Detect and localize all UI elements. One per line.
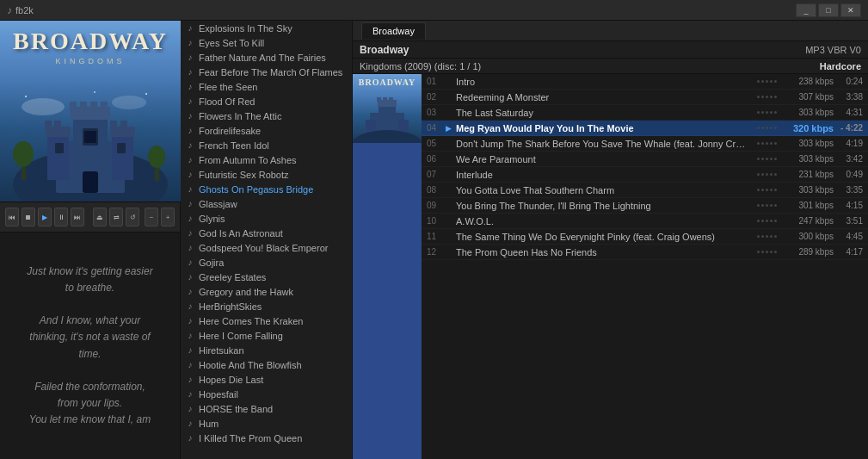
browser-item[interactable]: Fear Before The March Of Flames xyxy=(181,65,352,79)
note-icon xyxy=(184,52,196,64)
note-icon xyxy=(184,22,196,34)
note-icon xyxy=(184,315,196,327)
browser-item[interactable]: Hootie And The Blowfish xyxy=(181,357,352,372)
browser-item[interactable]: I Killed The Prom Queen xyxy=(181,431,352,445)
browser-item[interactable]: From Autumn To Ashes xyxy=(181,152,352,167)
dot xyxy=(774,96,777,98)
close-button[interactable]: ✕ xyxy=(840,3,861,17)
browser-item[interactable]: Hopes Die Last xyxy=(181,372,352,387)
svg-point-24 xyxy=(13,141,34,167)
dot xyxy=(766,158,768,160)
prev-button[interactable]: ⏮ xyxy=(5,208,19,226)
track-title: The Same Thing We Do Everynight Pinky (f… xyxy=(456,232,752,242)
dot xyxy=(766,189,768,191)
svg-rect-35 xyxy=(389,97,393,102)
dot xyxy=(757,142,760,145)
track-row[interactable]: 03 The Last Saturday 303 kbps 4:31 xyxy=(422,105,868,121)
track-row[interactable]: 08 You Gotta Love That Southern Charm 30… xyxy=(422,183,868,198)
shuffle-button[interactable]: ⇄ xyxy=(109,208,123,226)
dot xyxy=(770,96,773,98)
play-button[interactable]: ▶ xyxy=(38,208,52,226)
track-duration: 3:35 xyxy=(834,185,863,195)
track-bitrate: 238 kbps xyxy=(782,77,834,86)
track-row[interactable]: 05 Don't Jump The Shark Before You Save … xyxy=(422,136,868,152)
svg-rect-17 xyxy=(120,121,127,128)
browser-item[interactable]: Explosions In The Sky xyxy=(181,21,352,35)
note-icon xyxy=(184,37,196,49)
titlebar-controls: _ □ ✕ xyxy=(796,3,861,17)
browser-item[interactable]: Here I Come Falling xyxy=(181,328,352,343)
stop-button[interactable]: ⏹ xyxy=(22,208,35,226)
note-icon xyxy=(184,330,196,342)
track-duration: 3:51 xyxy=(834,216,863,226)
browser-item[interactable]: Greeley Estates xyxy=(181,270,352,284)
track-rating-dots xyxy=(757,220,777,222)
dot xyxy=(766,127,768,129)
track-row[interactable]: 07 Interlude 231 kbps 0:49 xyxy=(422,167,868,183)
dot xyxy=(774,204,777,207)
eject-button[interactable]: ⏏ xyxy=(93,208,107,226)
album-broadway-text: BROADWAY xyxy=(0,28,181,55)
browser-item[interactable]: Godspeed You! Black Emperor xyxy=(181,240,352,255)
pause-button[interactable]: ⏸ xyxy=(54,208,68,226)
next-button[interactable]: ⏭ xyxy=(71,208,84,226)
browser-item[interactable]: Gregory and the Hawk xyxy=(181,284,352,299)
track-row[interactable]: 04 ▶ Meg Ryan Would Play You In The Movi… xyxy=(422,121,868,136)
dot xyxy=(761,142,764,145)
browser-item[interactable]: Hum xyxy=(181,416,352,431)
thumb-castle-svg xyxy=(353,96,422,143)
svg-rect-34 xyxy=(383,97,387,102)
minimize-button[interactable]: _ xyxy=(796,3,816,17)
track-rating-dots xyxy=(757,127,777,129)
browser-item[interactable]: Glynis xyxy=(181,211,352,226)
track-bitrate: 320 kbps xyxy=(782,123,834,133)
track-rating-dots xyxy=(757,142,777,145)
svg-rect-10 xyxy=(47,133,69,180)
dot xyxy=(766,142,768,145)
track-list[interactable]: 01 Intro 238 kbps 0:24 02 Redeeming A Mo… xyxy=(422,74,868,459)
dot xyxy=(761,220,764,222)
dot xyxy=(774,173,777,176)
browser-item[interactable]: Eyes Set To Kill xyxy=(181,35,352,50)
browser-item[interactable]: Here Comes The Kraken xyxy=(181,313,352,328)
dot xyxy=(761,235,764,238)
track-row[interactable]: 02 Redeeming A Monster 307 kbps 3:38 xyxy=(422,90,868,105)
browser-item[interactable]: Flowers In The Attic xyxy=(181,109,352,123)
track-row[interactable]: 06 We Are Paramount 303 kbps 3:42 xyxy=(422,152,868,167)
playlist-area: BROADWAY 0 xyxy=(353,74,868,459)
browser-item[interactable]: God Is An Astronaut xyxy=(181,226,352,240)
repeat-button[interactable]: ↺ xyxy=(126,208,139,226)
track-number: 10 xyxy=(427,216,446,226)
browser-item[interactable]: Flood Of Red xyxy=(181,94,352,109)
track-row[interactable]: 11 The Same Thing We Do Everynight Pinky… xyxy=(422,229,868,245)
browser-item[interactable]: Ghosts On Pegasus Bridge xyxy=(181,182,352,196)
browser-item[interactable]: Hopesfail xyxy=(181,387,352,401)
browser-panel[interactable]: Explosions In The SkyEyes Set To KillFat… xyxy=(181,21,353,459)
track-number: 04 xyxy=(427,123,446,133)
browser-item[interactable]: HORSE the Band xyxy=(181,401,352,416)
track-title: Intro xyxy=(456,77,752,87)
browser-item[interactable]: Flee the Seen xyxy=(181,79,352,94)
note-icon xyxy=(184,110,196,122)
track-row[interactable]: 09 You Bring The Thunder, I'll Bring The… xyxy=(422,198,868,214)
browser-item[interactable]: Father Nature And The Fairies xyxy=(181,50,352,65)
dot xyxy=(774,142,777,145)
track-row[interactable]: 12 The Prom Queen Has No Friends 289 kbp… xyxy=(422,245,868,260)
browser-item[interactable]: Futuristic Sex Robotz xyxy=(181,167,352,182)
note-icon xyxy=(184,96,196,108)
playlist-tab-broadway[interactable]: Broadway xyxy=(361,22,426,40)
browser-item[interactable]: Glassjaw xyxy=(181,196,352,211)
vol-up-button[interactable]: + xyxy=(161,208,175,226)
browser-item[interactable]: Fordirelifesake xyxy=(181,123,352,138)
track-title: We Are Paramount xyxy=(456,154,752,164)
vol-down-button[interactable]: − xyxy=(145,208,158,226)
browser-item[interactable]: Gojira xyxy=(181,255,352,270)
castle-svg xyxy=(9,90,172,202)
browser-item[interactable]: Hiretsukan xyxy=(181,343,352,357)
track-row[interactable]: 10 A.W.O.L. 247 kbps 3:51 xyxy=(422,214,868,229)
browser-item[interactable]: HerBrightSkies xyxy=(181,299,352,313)
track-row[interactable]: 01 Intro 238 kbps 0:24 xyxy=(422,74,868,90)
browser-item[interactable]: French Teen Idol xyxy=(181,138,352,152)
maximize-button[interactable]: □ xyxy=(818,3,839,17)
dot xyxy=(766,80,768,83)
